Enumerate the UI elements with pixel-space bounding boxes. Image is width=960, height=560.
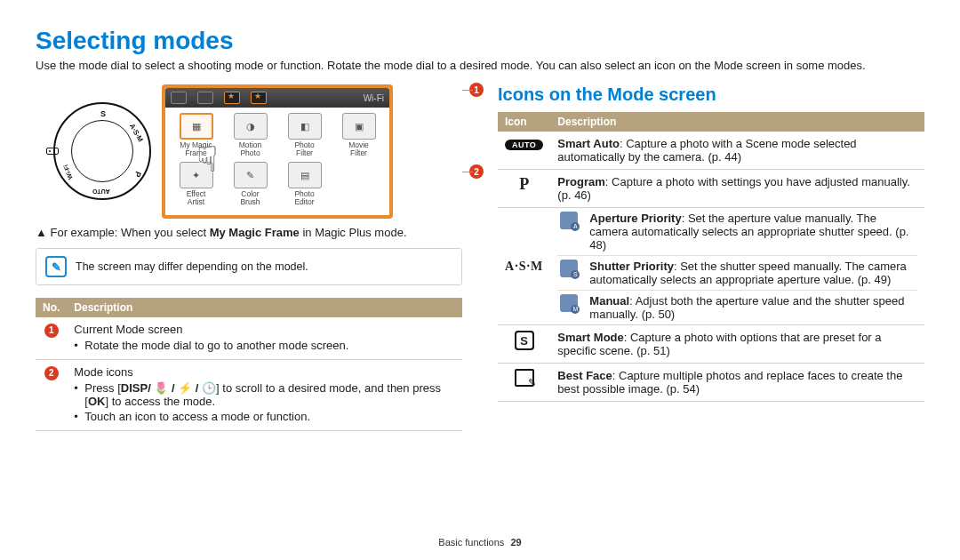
- mode-item-my-magic-frame: ▦My MagicFrame: [171, 113, 221, 158]
- shutter-priority-icon: [560, 260, 578, 277]
- tab-icon: [171, 92, 187, 104]
- footer-page-number: 29: [510, 537, 521, 548]
- page-title: Selecting modes: [36, 27, 924, 55]
- th-icon: Icon: [498, 112, 550, 132]
- illustration: S A·S·M P AUTO Wi-Fi 1 2: [36, 84, 462, 219]
- mode-item-movie-filter: ▣MovieFilter: [333, 113, 384, 158]
- page-footer: Basic functions 29: [0, 537, 960, 548]
- th-description: Description: [550, 112, 924, 132]
- dial-label-smart: S: [100, 109, 106, 118]
- table-row: P Program: Capture a photo with settings…: [498, 170, 924, 208]
- callout-badge-1: 1: [44, 324, 59, 338]
- tab-icon-star-active: [224, 92, 240, 104]
- mode-item-photo-filter: ◧PhotoFilter: [279, 113, 330, 158]
- asm-shutter-row: Shutter Priority: Set the shutter speed …: [557, 256, 917, 291]
- table-row: A·S·M Aperture Priority: Set the apertur…: [498, 208, 924, 325]
- table-row: S Smart Mode: Capture a photo with optio…: [498, 325, 924, 364]
- table-row: 1 Current Mode screen Rotate the mode di…: [36, 317, 462, 360]
- mode-grid: ▦My MagicFrame ◑MotionPhoto ◧PhotoFilter…: [165, 108, 389, 212]
- mode-dial-illustration: S A·S·M P AUTO Wi-Fi: [53, 102, 151, 200]
- dial-label-asm: A·S·M: [127, 123, 144, 144]
- dial-label-auto: AUTO: [92, 188, 110, 195]
- table-row: Best Face: Capture multiple photos and r…: [498, 364, 924, 402]
- asm-icon: A·S·M: [505, 260, 543, 274]
- icons-table: Icon Description AUTO Smart Auto: Captur…: [498, 112, 924, 402]
- callout-badge-2: 2: [44, 366, 59, 380]
- table-row: 2 Mode icons Press [DISP/ 🌷 / ⚡ / 🕒] to …: [36, 360, 462, 431]
- mode-item-photo-editor: ▤PhotoEditor: [279, 162, 330, 207]
- right-column: Icons on the Mode screen Icon Descriptio…: [498, 84, 924, 431]
- auto-icon: AUTO: [505, 140, 543, 150]
- asm-aperture-row: Aperture Priority: Set the aperture valu…: [557, 208, 917, 256]
- dial-label-wifi: Wi-Fi: [62, 164, 73, 180]
- icons-heading: Icons on the Mode screen: [498, 84, 924, 105]
- footer-section: Basic functions: [438, 537, 504, 548]
- wifi-label: Wi-Fi: [364, 93, 384, 103]
- mode-item-effect-artist: ✦EffectArtist: [171, 162, 221, 207]
- dial-label-p: P: [132, 170, 142, 178]
- dial-index-marker: [46, 148, 59, 155]
- disp-keys: DISP/ 🌷 / ⚡ / 🕒: [121, 381, 216, 395]
- smart-mode-icon: S: [507, 331, 542, 350]
- mode-screen: Wi-Fi ▦My MagicFrame ◑MotionPhoto ◧Photo…: [162, 84, 393, 219]
- row1-bullet: Rotate the mode dial to go to another mo…: [74, 339, 455, 352]
- note-box: ✎ The screen may differ depending on the…: [36, 248, 462, 285]
- left-column: S A·S·M P AUTO Wi-Fi 1 2: [36, 84, 462, 431]
- mode-item-motion-photo: ◑MotionPhoto: [225, 113, 276, 158]
- best-face-icon: [507, 369, 542, 387]
- tab-icon-star: [251, 92, 267, 104]
- intro-paragraph: Use the mode dial to select a shooting m…: [36, 59, 924, 72]
- mode-item-color-brush: ✎ColorBrush: [225, 162, 276, 207]
- tab-icon: [197, 92, 213, 104]
- callout-line-2: [462, 172, 473, 172]
- mode-screen-tabs: Wi-Fi: [165, 88, 389, 108]
- note-text: The screen may differ depending on the m…: [76, 260, 308, 273]
- aperture-priority-icon: [560, 212, 578, 229]
- example-caption: ▲ For example: When you select My Magic …: [36, 226, 462, 239]
- row2-bullet-1: Press [DISP/ 🌷 / ⚡ / 🕒] to scroll to a d…: [74, 381, 455, 408]
- th-description: Description: [67, 298, 462, 317]
- th-no: No.: [36, 298, 67, 317]
- mode-screen-panel: 1 2 Wi-Fi ▦My MagicFrame ◑Moti: [162, 84, 462, 219]
- row2-bullet-2: Touch an icon to access a mode or functi…: [74, 410, 455, 423]
- note-icon: ✎: [45, 256, 67, 277]
- table-row: AUTO Smart Auto: Capture a photo with a …: [498, 132, 924, 170]
- callout-description-table: No. Description 1 Current Mode screen Ro…: [36, 298, 462, 431]
- callout-line-1: [462, 90, 473, 91]
- row1-title: Current Mode screen: [74, 323, 182, 336]
- program-icon: P: [507, 175, 542, 194]
- manual-icon: [560, 294, 578, 312]
- asm-manual-row: Manual: Adjust both the aperture value a…: [557, 291, 917, 324]
- row2-title: Mode icons: [74, 365, 132, 379]
- ok-key: OK: [88, 395, 106, 408]
